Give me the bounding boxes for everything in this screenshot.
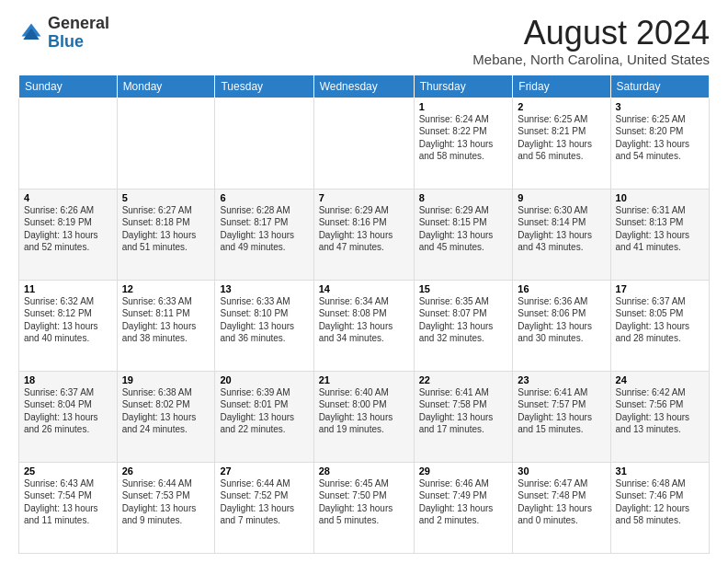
calendar-cell: 6Sunrise: 6:28 AM Sunset: 8:17 PM Daylig…: [215, 189, 313, 280]
calendar-cell: 10Sunrise: 6:31 AM Sunset: 8:13 PM Dayli…: [610, 189, 709, 280]
day-info: Sunrise: 6:30 AM Sunset: 8:14 PM Dayligh…: [518, 204, 605, 254]
title-block: August 2024 Mebane, North Carolina, Unit…: [472, 15, 710, 67]
day-info: Sunrise: 6:33 AM Sunset: 8:10 PM Dayligh…: [220, 295, 308, 345]
day-number: 7: [319, 192, 409, 203]
day-info: Sunrise: 6:34 AM Sunset: 8:08 PM Dayligh…: [319, 295, 409, 345]
day-number: 23: [518, 374, 605, 385]
day-number: 24: [616, 374, 704, 385]
day-info: Sunrise: 6:25 AM Sunset: 8:21 PM Dayligh…: [518, 113, 605, 163]
day-number: 30: [518, 465, 605, 477]
logo-general: General: [48, 14, 109, 32]
page: General Blue August 2024 Mebane, North C…: [0, 0, 728, 563]
day-info: Sunrise: 6:26 AM Sunset: 8:19 PM Dayligh…: [24, 204, 112, 254]
day-info: Sunrise: 6:48 AM Sunset: 7:46 PM Dayligh…: [616, 477, 704, 527]
calendar-week-5: 25Sunrise: 6:43 AM Sunset: 7:54 PM Dayli…: [19, 462, 710, 553]
day-info: Sunrise: 6:41 AM Sunset: 7:57 PM Dayligh…: [518, 386, 605, 436]
day-info: Sunrise: 6:36 AM Sunset: 8:06 PM Dayligh…: [518, 295, 605, 345]
calendar-cell: 26Sunrise: 6:44 AM Sunset: 7:53 PM Dayli…: [117, 462, 215, 553]
day-number: 8: [419, 192, 508, 203]
day-number: 28: [319, 465, 409, 477]
day-number: 31: [616, 465, 704, 477]
day-number: 2: [518, 101, 605, 112]
day-info: Sunrise: 6:24 AM Sunset: 8:22 PM Dayligh…: [419, 113, 508, 163]
calendar-cell: 20Sunrise: 6:39 AM Sunset: 8:01 PM Dayli…: [215, 371, 313, 462]
calendar-week-4: 18Sunrise: 6:37 AM Sunset: 8:04 PM Dayli…: [19, 371, 710, 462]
day-number: 6: [220, 192, 308, 203]
calendar-week-2: 4Sunrise: 6:26 AM Sunset: 8:19 PM Daylig…: [19, 189, 710, 280]
logo-text: General Blue: [48, 15, 109, 52]
day-number: 11: [24, 283, 112, 294]
calendar-cell: [313, 98, 414, 189]
day-number: 17: [616, 283, 704, 294]
calendar-header-wednesday: Wednesday: [313, 75, 414, 98]
day-number: 15: [419, 283, 508, 294]
calendar-cell: 30Sunrise: 6:47 AM Sunset: 7:48 PM Dayli…: [513, 462, 610, 553]
day-number: 1: [419, 101, 508, 112]
calendar-cell: 1Sunrise: 6:24 AM Sunset: 8:22 PM Daylig…: [414, 98, 513, 189]
day-info: Sunrise: 6:29 AM Sunset: 8:16 PM Dayligh…: [319, 204, 409, 254]
day-info: Sunrise: 6:33 AM Sunset: 8:11 PM Dayligh…: [122, 295, 210, 345]
calendar-cell: 5Sunrise: 6:27 AM Sunset: 8:18 PM Daylig…: [117, 189, 215, 280]
day-number: 26: [122, 465, 210, 477]
day-number: 12: [122, 283, 210, 294]
calendar-cell: 18Sunrise: 6:37 AM Sunset: 8:04 PM Dayli…: [19, 371, 118, 462]
day-info: Sunrise: 6:43 AM Sunset: 7:54 PM Dayligh…: [24, 477, 112, 527]
day-info: Sunrise: 6:46 AM Sunset: 7:49 PM Dayligh…: [419, 477, 508, 527]
day-info: Sunrise: 6:38 AM Sunset: 8:02 PM Dayligh…: [122, 386, 210, 436]
calendar-header-friday: Friday: [513, 75, 610, 98]
calendar-cell: 27Sunrise: 6:44 AM Sunset: 7:52 PM Dayli…: [215, 462, 313, 553]
day-number: 13: [220, 283, 308, 294]
calendar-cell: 19Sunrise: 6:38 AM Sunset: 8:02 PM Dayli…: [117, 371, 215, 462]
day-info: Sunrise: 6:44 AM Sunset: 7:52 PM Dayligh…: [220, 477, 308, 527]
calendar-cell: 21Sunrise: 6:40 AM Sunset: 8:00 PM Dayli…: [313, 371, 414, 462]
day-info: Sunrise: 6:25 AM Sunset: 8:20 PM Dayligh…: [616, 113, 704, 163]
day-number: 18: [24, 374, 112, 385]
day-info: Sunrise: 6:40 AM Sunset: 8:00 PM Dayligh…: [319, 386, 409, 436]
calendar-cell: 15Sunrise: 6:35 AM Sunset: 8:07 PM Dayli…: [414, 280, 513, 371]
day-info: Sunrise: 6:32 AM Sunset: 8:12 PM Dayligh…: [24, 295, 112, 345]
day-number: 19: [122, 374, 210, 385]
day-info: Sunrise: 6:42 AM Sunset: 7:56 PM Dayligh…: [616, 386, 704, 436]
day-info: Sunrise: 6:27 AM Sunset: 8:18 PM Dayligh…: [122, 204, 210, 254]
day-info: Sunrise: 6:28 AM Sunset: 8:17 PM Dayligh…: [220, 204, 308, 254]
calendar-cell: 9Sunrise: 6:30 AM Sunset: 8:14 PM Daylig…: [513, 189, 610, 280]
calendar-cell: [215, 98, 313, 189]
day-number: 29: [419, 465, 508, 477]
header: General Blue August 2024 Mebane, North C…: [18, 15, 710, 67]
day-number: 20: [220, 374, 308, 385]
day-info: Sunrise: 6:44 AM Sunset: 7:53 PM Dayligh…: [122, 477, 210, 527]
calendar-cell: 11Sunrise: 6:32 AM Sunset: 8:12 PM Dayli…: [19, 280, 118, 371]
day-info: Sunrise: 6:39 AM Sunset: 8:01 PM Dayligh…: [220, 386, 308, 436]
calendar-cell: 4Sunrise: 6:26 AM Sunset: 8:19 PM Daylig…: [19, 189, 118, 280]
logo: General Blue: [18, 15, 109, 52]
calendar-header-thursday: Thursday: [414, 75, 513, 98]
calendar-header-monday: Monday: [117, 75, 215, 98]
day-info: Sunrise: 6:37 AM Sunset: 8:05 PM Dayligh…: [616, 295, 704, 345]
day-number: 25: [24, 465, 112, 477]
day-number: 21: [319, 374, 409, 385]
calendar-cell: 8Sunrise: 6:29 AM Sunset: 8:15 PM Daylig…: [414, 189, 513, 280]
calendar-week-3: 11Sunrise: 6:32 AM Sunset: 8:12 PM Dayli…: [19, 280, 710, 371]
calendar-cell: [19, 98, 118, 189]
main-title: August 2024: [472, 15, 710, 52]
calendar-cell: 24Sunrise: 6:42 AM Sunset: 7:56 PM Dayli…: [610, 371, 709, 462]
calendar-cell: 28Sunrise: 6:45 AM Sunset: 7:50 PM Dayli…: [313, 462, 414, 553]
day-info: Sunrise: 6:37 AM Sunset: 8:04 PM Dayligh…: [24, 386, 112, 436]
day-info: Sunrise: 6:29 AM Sunset: 8:15 PM Dayligh…: [419, 204, 508, 254]
calendar-cell: 13Sunrise: 6:33 AM Sunset: 8:10 PM Dayli…: [215, 280, 313, 371]
calendar-cell: 22Sunrise: 6:41 AM Sunset: 7:58 PM Dayli…: [414, 371, 513, 462]
calendar-cell: 14Sunrise: 6:34 AM Sunset: 8:08 PM Dayli…: [313, 280, 414, 371]
calendar-cell: 29Sunrise: 6:46 AM Sunset: 7:49 PM Dayli…: [414, 462, 513, 553]
calendar-cell: 2Sunrise: 6:25 AM Sunset: 8:21 PM Daylig…: [513, 98, 610, 189]
day-number: 9: [518, 192, 605, 203]
logo-blue: Blue: [48, 32, 84, 51]
calendar-header-sunday: Sunday: [19, 75, 118, 98]
calendar-table: SundayMondayTuesdayWednesdayThursdayFrid…: [18, 75, 710, 554]
day-number: 16: [518, 283, 605, 294]
calendar-cell: [117, 98, 215, 189]
day-info: Sunrise: 6:47 AM Sunset: 7:48 PM Dayligh…: [518, 477, 605, 527]
day-number: 10: [616, 192, 704, 203]
calendar-cell: 31Sunrise: 6:48 AM Sunset: 7:46 PM Dayli…: [610, 462, 709, 553]
calendar-cell: 23Sunrise: 6:41 AM Sunset: 7:57 PM Dayli…: [513, 371, 610, 462]
calendar-cell: 16Sunrise: 6:36 AM Sunset: 8:06 PM Dayli…: [513, 280, 610, 371]
